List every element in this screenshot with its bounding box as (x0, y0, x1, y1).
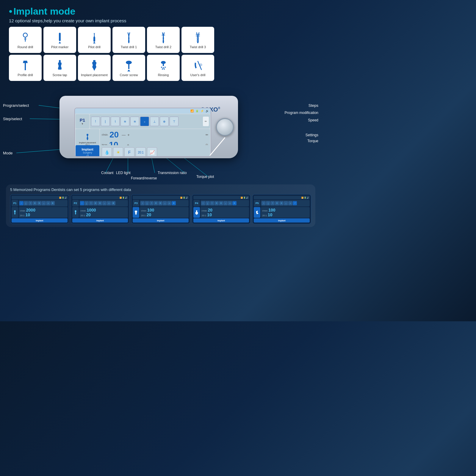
tool-users-drill[interactable]: User's drill (181, 55, 214, 81)
implant-placement-icon (88, 59, 101, 72)
pilot-marker-icon (53, 31, 66, 44)
tool-screw-tap[interactable]: Screw tap (43, 55, 76, 81)
callout-speed: Speed (308, 118, 318, 122)
prog3-torque: 20 (147, 212, 151, 217)
transmission-ratio-btn[interactable]: 20:1 (136, 147, 146, 157)
step-8[interactable]: ⊕ (160, 117, 169, 126)
tool-twist-drill-2[interactable]: Twist drill 2 (147, 27, 180, 53)
svg-marker-6 (93, 42, 95, 43)
tool-implant-placement[interactable]: Implant placement (78, 55, 111, 81)
prog5-step-active: ↗ (293, 201, 297, 205)
prog3-mode: Implant (133, 218, 189, 223)
users-drill-label: User's drill (190, 73, 206, 77)
coolant-btn[interactable]: 💧 (102, 147, 112, 157)
tool-twist-drill-3[interactable]: Twist drill 3 (181, 27, 214, 53)
prog5-mode: Implant (254, 218, 310, 223)
prog3-statusbar: 📶🔋🔊 (133, 196, 189, 199)
step-3[interactable]: ⌇ (111, 117, 120, 126)
prog3-values: r/min100 20:120 (140, 207, 189, 218)
callout-torque: Torque (307, 139, 318, 143)
speed-value: 20 (109, 130, 119, 140)
prog3-steps: ! | ⌇ ≋ ≋ ⬦ ⊥ ⊕ (140, 200, 189, 206)
prog5-steps: ! | ⌇ ≋ ≋ ⬦ ⊥ ↗ (261, 200, 310, 206)
svg-marker-14 (127, 70, 130, 71)
prog1-tool-icon (12, 207, 18, 218)
led-btn[interactable]: ☀ (113, 147, 123, 157)
prog2-step-active: ! (80, 201, 84, 205)
step-7[interactable]: ⊥ (150, 117, 159, 126)
rinsing-icon (157, 59, 170, 72)
subtitle: 12 optional steps,help you create your o… (9, 18, 312, 23)
tool-name-display: Implant placement (79, 142, 96, 144)
prog3-speed: 100 (147, 208, 154, 212)
svg-point-0 (23, 33, 27, 37)
callout-torque-plot: Torque plot (196, 175, 214, 179)
top-section: Implant mode 12 optional steps,help you … (0, 0, 321, 87)
svg-rect-16 (163, 62, 164, 66)
screen-steps-row[interactable]: ! | ⌇ ≋ ≋ ⬦ ⊥ ⊕ ⊤ ✏ (90, 114, 210, 129)
prog1-id: P1 (12, 200, 18, 206)
device-screen[interactable]: 📶 🔋 ⚡ 🔊 P1 ▼ ! | ⌇ ≋ (74, 108, 211, 157)
tool-round-drill[interactable]: Round drill (9, 27, 42, 53)
device-knob[interactable] (216, 118, 234, 136)
callout-led: LED light (116, 171, 131, 175)
cover-screw-label: Cover screw (120, 73, 138, 77)
tool-rinsing[interactable]: Rinsing (147, 55, 180, 81)
screw-tap-icon (53, 59, 66, 72)
program-card-p5[interactable]: 📶🔋🔊 P5 ! | ⌇ ≋ ≋ ⬦ ⊥ ↗ (252, 194, 311, 224)
svg-rect-10 (59, 60, 61, 62)
device-section: Program/select Step/select Mode Coolant … (0, 87, 321, 182)
program-card-p3[interactable]: 📶🔋🔊 P3 ! | ⌇ ≋ ≋ ⬦ ⊥ ⊕ (131, 194, 190, 224)
pencil-btn[interactable]: ✏ (203, 117, 209, 126)
device-cable (209, 137, 226, 156)
svg-line-34 (184, 158, 208, 177)
step-1[interactable]: ! (91, 117, 100, 126)
svg-rect-3 (59, 33, 61, 41)
svg-point-20 (162, 68, 163, 70)
prog4-step-active: ⊕ (232, 201, 237, 205)
step-5[interactable]: ≋ (130, 117, 139, 126)
bottom-title: 5 Memorized Programs Dentists can set 5 … (10, 187, 311, 192)
tool-twist-drill-1[interactable]: Twist drill 1 (112, 27, 145, 53)
twist-drill-2-icon (157, 31, 170, 44)
callout-coolant: Coolant (101, 171, 113, 175)
forward-reverse-btn[interactable]: F (124, 147, 134, 157)
prog4-steps: ! | ⌇ ≋ ≋ ⬦ ⊥ ⊕ (201, 200, 249, 206)
status-wifi: 📶 (190, 109, 194, 112)
callout-settings: Settings (306, 133, 318, 137)
prog5-torque: 10 (268, 212, 273, 217)
screen-program[interactable]: P1 ▼ (76, 114, 89, 129)
program-card-p4[interactable]: 📶🔋🔊 P4 ! | ⌇ ≋ ≋ ⬦ ⊥ ⊕ (192, 194, 251, 224)
step-4[interactable]: ≋ (120, 117, 129, 126)
tool-profile-drill[interactable]: Profile drill (9, 55, 42, 81)
status-signal: ⚡ (201, 109, 204, 112)
callout-transmission: Transmission ratio (158, 171, 187, 175)
screen-mode-button[interactable]: Implant Surgery ↺ (76, 145, 99, 157)
step-9[interactable]: ⊤ (170, 117, 178, 126)
mode-label: Implant (82, 148, 93, 151)
prog4-tool-icon (193, 207, 200, 218)
mode-sub: Surgery (83, 151, 92, 154)
program-card-p2[interactable]: 📶🔋🔊 P2 ! | ⌇ ≋ ≋ ⬦ ⊥ ⊕ (71, 194, 130, 224)
step-2[interactable]: | (101, 117, 110, 126)
prog1-values: r/min2000 20:110 (19, 207, 68, 218)
step-6-active[interactable]: ⬦ (140, 117, 149, 126)
prog3-step-active: ⊕ (172, 201, 176, 205)
tool-pilot-marker[interactable]: Pilot marker (43, 27, 76, 53)
pilot-drill-label: Pilot drill (88, 45, 101, 49)
prog2-torque: 20 (86, 212, 91, 217)
svg-rect-5 (93, 37, 95, 42)
torque-plot-btn[interactable]: 📈 (147, 147, 157, 157)
prog4-values: r/min20 20:110 (201, 207, 249, 218)
program-card-p1[interactable]: 📶🔋🔊 P1 ! | ⌇ ≋ ≋ ⬦ ⊥ ⊕ (10, 194, 69, 224)
prog4-statusbar: 📶🔋🔊 (193, 196, 249, 199)
prog2-statusbar: 📶🔋🔊 (72, 196, 128, 199)
prog4-speed: 20 (208, 208, 213, 212)
tool-pilot-drill[interactable]: Pilot drill (78, 27, 111, 53)
tool-cover-screw[interactable]: Cover screw (112, 55, 145, 81)
prog1-mode: Implant (12, 218, 68, 223)
pilot-drill-icon (88, 31, 101, 44)
twist-drill-1-label: Twist drill 1 (121, 45, 137, 49)
prog2-id: P2 (72, 200, 79, 206)
prog1-torque: 10 (26, 212, 30, 217)
